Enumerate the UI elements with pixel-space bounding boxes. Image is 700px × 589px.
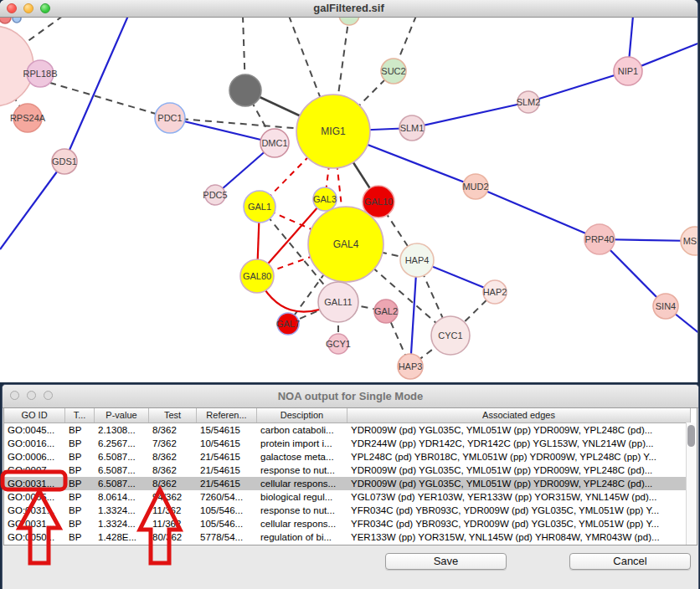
cell[interactable]: YFR034C (pd) YBR093C, YDR009W (pd) YGL03… (347, 517, 691, 530)
cell[interactable]: BP (65, 477, 95, 490)
save-button[interactable]: Save (385, 553, 507, 570)
cell[interactable]: cellular respons... (257, 517, 347, 530)
vertical-scrollbar[interactable] (686, 423, 697, 545)
cell[interactable]: BP (65, 504, 95, 517)
edge-blue[interactable] (412, 102, 528, 128)
table-row[interactable]: GO:0045...BP2.1308...8/36215/54615carbon… (4, 423, 691, 437)
node-tinyred[interactable] (0, 18, 11, 23)
cell[interactable]: GO:0031... (4, 477, 65, 490)
cell[interactable]: 105/546... (197, 517, 257, 530)
table-row[interactable]: GO:0006...BP6.5087...8/36221/54615galact… (4, 450, 691, 464)
cell[interactable]: 21/54615 (197, 450, 257, 464)
table-row[interactable]: GO:0065...BP8.0614...94/3627260/54...bio… (4, 490, 691, 504)
table-row[interactable]: GO:0050...BP1.428E...80/3625778/54...reg… (4, 530, 691, 544)
cell[interactable]: 11/362 (149, 504, 197, 517)
cell[interactable]: 6.5087... (95, 477, 149, 490)
cell[interactable]: GO:0045... (4, 423, 65, 437)
cell[interactable]: GO:0065... (4, 490, 65, 504)
node-green2[interactable] (339, 18, 359, 25)
table-row[interactable]: GO:0016...BP6.2567...7/36210/54615protei… (4, 437, 691, 450)
cell[interactable]: YDR009W (pd) YGL035C, YML051W (pp) YDR00… (347, 464, 691, 477)
edge-blue[interactable] (528, 71, 628, 102)
cell[interactable]: YDR244W (pp) YDR142C, YDR142C (pp) YGL15… (347, 437, 691, 450)
cell[interactable]: 7/362 (149, 437, 197, 450)
cell[interactable]: GO:0006... (4, 450, 65, 464)
cell[interactable]: 94/362 (149, 490, 197, 504)
cell[interactable]: 8/362 (149, 423, 197, 437)
cell[interactable]: GO:0007... (4, 464, 65, 477)
column-header-associated-edges[interactable]: Associated edges (347, 408, 691, 423)
cell[interactable]: galactose meta... (257, 450, 347, 464)
cell[interactable]: GO:0031... (4, 517, 65, 530)
cell[interactable]: response to nut... (257, 464, 347, 477)
network-canvas[interactable]: RPL18BRPS24AGDS1PDC1PDC5MIG1SUC2SLM1DMC1… (0, 18, 697, 382)
cell[interactable]: GO:0050... (4, 530, 65, 544)
cell[interactable]: regulation of bi... (257, 530, 347, 544)
cancel-button[interactable]: Cancel (569, 553, 691, 570)
zoom-button[interactable] (40, 3, 50, 13)
minimize-button[interactable] (23, 3, 33, 13)
cell[interactable]: BP (65, 517, 95, 530)
cell[interactable]: 5778/54... (197, 530, 257, 544)
cell[interactable]: BP (65, 437, 95, 450)
cell[interactable]: YDR009W (pd) YGL035C, YML051W (pp) YDR00… (347, 423, 691, 437)
node-tinyblue[interactable] (13, 18, 21, 23)
cell[interactable]: response to nut... (257, 504, 347, 517)
cell[interactable]: 21/54615 (197, 477, 257, 490)
cell[interactable]: BP (65, 450, 95, 464)
cell[interactable]: protein import i... (257, 437, 347, 450)
edge-blue[interactable] (0, 161, 64, 249)
cell[interactable]: YDR009W (pd) YGL035C, YML051W (pp) YDR00… (347, 477, 691, 490)
cell[interactable]: 6.5087... (95, 464, 149, 477)
noa-window-titlebar[interactable]: NOA output for Single Mode (3, 385, 698, 408)
cell[interactable]: 8/362 (149, 464, 197, 477)
cell[interactable]: YER133W (pp) YOR315W, YNL145W (pd) YHR08… (347, 530, 691, 544)
cell[interactable]: YGL073W (pd) YER103W, YER133W (pp) YOR31… (347, 490, 691, 504)
column-header-referen[interactable]: Referen... (197, 408, 257, 423)
cell[interactable]: 105/546... (197, 504, 257, 517)
cell[interactable]: GO:0031... (4, 504, 65, 517)
cell[interactable]: 11/362 (149, 517, 197, 530)
cell[interactable]: 8.0614... (95, 490, 149, 504)
cell[interactable]: 6.5087... (95, 450, 149, 464)
cell[interactable]: BP (65, 530, 95, 544)
cell[interactable]: 1.3324... (95, 517, 149, 530)
cell[interactable]: YPL248C (pd) YBR018C, YML051W (pp) YDR00… (347, 450, 691, 464)
column-header-p-value[interactable]: P-value (95, 408, 149, 423)
column-header-desciption[interactable]: Desciption (257, 408, 347, 423)
cell[interactable]: BP (65, 464, 95, 477)
node-gray[interactable] (229, 74, 261, 106)
column-header-t[interactable]: T... (65, 408, 95, 423)
minimize-button[interactable] (27, 391, 36, 400)
zoom-button[interactable] (44, 391, 53, 400)
cell[interactable]: 8/362 (149, 450, 197, 464)
cell[interactable]: GO:0016... (4, 437, 65, 450)
cell[interactable]: biological regul... (257, 490, 347, 504)
close-button[interactable] (7, 3, 17, 13)
cell[interactable]: YFR034C (pd) YBR093C, YDR009W (pd) YGL03… (347, 504, 691, 517)
cell[interactable]: BP (65, 490, 95, 504)
cell[interactable]: 15/54615 (197, 423, 257, 437)
cell[interactable]: 1.3324... (95, 504, 149, 517)
edge-blue[interactable] (476, 187, 600, 239)
scrollbar-thumb[interactable] (687, 425, 695, 447)
table-row[interactable]: GO:0031...BP1.3324...11/362105/546...res… (4, 504, 691, 517)
table-row[interactable]: GO:0031...BP1.3324...11/362105/546...cel… (4, 517, 691, 530)
column-header-test[interactable]: Test (149, 408, 197, 423)
cell[interactable]: 21/54615 (197, 464, 257, 477)
table-row[interactable]: GO:0031...BP6.5087...8/36221/54615cellul… (4, 477, 691, 490)
cell[interactable]: 10/54615 (197, 437, 257, 450)
cell[interactable]: 6.2567... (95, 437, 149, 450)
cell[interactable]: 8/362 (149, 477, 197, 490)
cell[interactable]: BP (65, 423, 95, 437)
table-row[interactable]: GO:0007...BP6.5087...8/36221/54615respon… (4, 464, 691, 477)
graph-window-titlebar[interactable]: galFiltered.sif (0, 0, 697, 18)
cell[interactable]: carbon cataboli... (257, 423, 347, 437)
cell[interactable]: 2.1308... (95, 423, 149, 437)
close-button[interactable] (10, 391, 19, 400)
cell[interactable]: 80/362 (149, 530, 197, 544)
cell[interactable]: 1.428E... (95, 530, 149, 544)
cell[interactable]: cellular respons... (257, 477, 347, 490)
column-header-go-id[interactable]: GO ID (4, 408, 65, 423)
cell[interactable]: 7260/54... (197, 490, 257, 504)
